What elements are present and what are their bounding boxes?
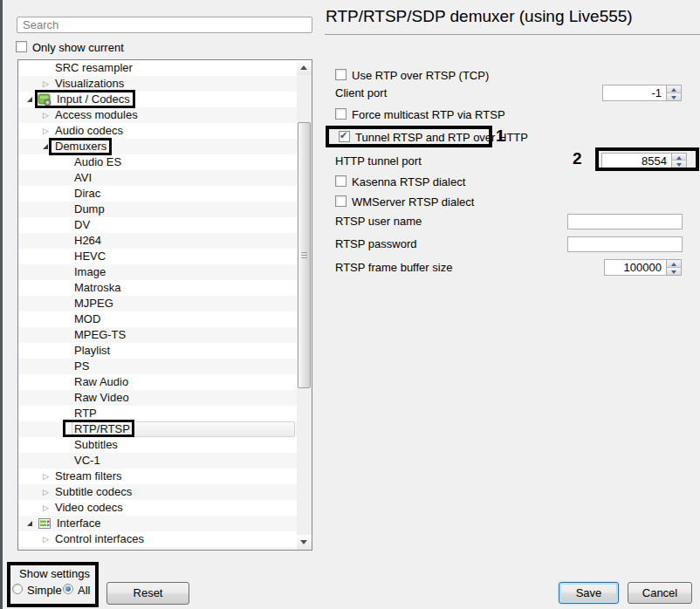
tree-item-matroska[interactable]: Matroska: [18, 280, 297, 296]
spin-up-button[interactable]: [667, 86, 681, 93]
tree-item-dv[interactable]: DV: [18, 217, 297, 233]
tree-item-input-codecs[interactable]: Input / Codecs: [18, 92, 297, 107]
tree-item-vc-1[interactable]: VC-1: [18, 453, 297, 469]
tree-item-dirac[interactable]: Dirac: [18, 186, 297, 202]
tree-item-label: Access modules: [55, 107, 138, 123]
tree-item-subtitles[interactable]: Subtitles: [18, 437, 297, 453]
tree-item-label: Audio ES: [74, 154, 121, 170]
rtsp-frame-buffer-spinbox[interactable]: 100000: [604, 259, 682, 276]
search-input[interactable]: [17, 17, 312, 33]
collapsed-arrow-icon[interactable]: ▷: [43, 531, 49, 547]
force-multicast-checkbox[interactable]: ✔: [335, 108, 347, 120]
up-arrow-icon: [671, 263, 676, 266]
collapsed-arrow-icon[interactable]: ▷: [43, 469, 49, 484]
tree-item-src-resampler[interactable]: SRC resampler: [18, 60, 297, 76]
use-rtp-over-rtsp-label: Use RTP over RTSP (TCP): [352, 69, 489, 82]
tree-item-audio-codecs[interactable]: ▷Audio codecs: [18, 123, 297, 139]
use-rtp-over-rtsp-checkbox[interactable]: ✔: [335, 69, 347, 80]
collapsed-arrow-icon[interactable]: ▷: [43, 484, 49, 500]
scrollbar-up-button[interactable]: [297, 60, 312, 75]
force-multicast-label: Force multicast RTP via RTSP: [352, 108, 505, 121]
annotation-step-2: 2: [573, 149, 582, 168]
save-button[interactable]: Save: [559, 582, 619, 604]
scrollbar-thumb[interactable]: [298, 122, 311, 388]
tree-item-label: MPEG-TS: [74, 327, 126, 343]
scrollbar-grip-icon: [301, 252, 307, 259]
tree-item-label: Playlist: [74, 343, 110, 359]
tree-item-label: Matroska: [74, 280, 120, 296]
tree-item-demuxers[interactable]: Demuxers: [18, 139, 297, 154]
client-port-label: Client port: [335, 86, 387, 99]
check-mark-icon: ✔: [340, 130, 347, 141]
tree-item-playlist[interactable]: Playlist: [18, 343, 297, 359]
tree-item-label: Raw Video: [74, 390, 129, 406]
spin-down-button[interactable]: [672, 161, 686, 168]
rtsp-password-input[interactable]: [567, 236, 683, 252]
rtsp-user-name-input[interactable]: [567, 214, 683, 229]
show-settings-all-radio[interactable]: [63, 584, 73, 594]
tree-item-hevc[interactable]: HEVC: [18, 249, 297, 264]
wmserver-dialect-label: WMServer RTSP dialect: [352, 195, 474, 209]
tree-item-hotkeys-settings[interactable]: Hotkeys settings: [18, 547, 297, 551]
spin-up-button[interactable]: [667, 260, 681, 268]
collapsed-arrow-icon[interactable]: ▷: [43, 500, 49, 516]
tree-item-mod[interactable]: MOD: [18, 311, 297, 327]
tree-item-interface[interactable]: Interface: [18, 516, 297, 531]
radio-dot-icon: [65, 586, 71, 592]
tunnel-rtsp-http-checkbox[interactable]: ✔: [339, 131, 350, 142]
cancel-button[interactable]: Cancel: [628, 582, 692, 604]
spin-up-button[interactable]: [672, 154, 686, 161]
input-codecs-icon: [38, 92, 51, 106]
up-arrow-icon: [676, 156, 682, 160]
tree-item-ps[interactable]: PS: [18, 359, 297, 374]
scrollbar-down-button[interactable]: [297, 535, 312, 550]
tree-item-label: HEVC: [74, 249, 106, 264]
title-separator: [325, 34, 700, 35]
tree-item-raw-video[interactable]: Raw Video: [18, 390, 297, 406]
tree-item-mjpeg[interactable]: MJPEG: [18, 296, 297, 311]
expanded-arrow-icon[interactable]: [27, 97, 32, 102]
tree-item-mpeg-ts[interactable]: MPEG-TS: [18, 327, 297, 343]
tree-item-control-interfaces[interactable]: ▷Control interfaces: [18, 531, 297, 547]
tree-item-dump[interactable]: Dump: [18, 202, 297, 217]
tree-item-image[interactable]: Image: [18, 264, 297, 280]
tree-item-avi[interactable]: AVI: [18, 170, 297, 186]
window-left-border: [0, 0, 3, 609]
rtsp-user-name-label: RTSP user name: [335, 215, 422, 228]
tree-item-audio-es[interactable]: Audio ES: [18, 154, 297, 170]
tree-item-rtp[interactable]: RTP: [18, 406, 297, 421]
tree-item-label: Hotkeys settings: [55, 547, 138, 551]
wmserver-dialect-checkbox[interactable]: ✔: [335, 195, 347, 207]
kasenna-dialect-checkbox[interactable]: ✔: [335, 175, 347, 187]
preferences-tree: SRC resampler▷VisualizationsInput / Code…: [17, 59, 312, 551]
tree-item-rtp-rtsp[interactable]: RTP/RTSP: [18, 421, 297, 437]
down-arrow-icon: [671, 96, 676, 99]
tree-item-label: Audio codecs: [55, 123, 123, 139]
tree-scrollbar[interactable]: [297, 60, 312, 550]
tree-item-access-modules[interactable]: ▷Access modules: [18, 107, 297, 123]
tree-item-subtitle-codecs[interactable]: ▷Subtitle codecs: [18, 484, 297, 500]
collapsed-arrow-icon[interactable]: ▷: [43, 123, 49, 139]
tree-item-video-codecs[interactable]: ▷Video codecs: [18, 500, 297, 516]
tree-item-label: Raw Audio: [74, 374, 128, 390]
up-arrow-icon: [671, 88, 676, 92]
tree-item-stream-filters[interactable]: ▷Stream filters: [18, 469, 297, 484]
only-show-current-label: Only show current: [32, 41, 124, 54]
tree-item-h264[interactable]: H264: [18, 233, 297, 249]
show-settings-simple-radio[interactable]: [12, 584, 23, 594]
expanded-arrow-icon[interactable]: [43, 144, 48, 149]
only-show-current-checkbox[interactable]: ✔: [16, 41, 27, 52]
http-tunnel-port-label: HTTP tunnel port: [335, 154, 422, 168]
reset-preferences-button[interactable]: Reset Preferences: [106, 582, 189, 605]
expanded-arrow-icon[interactable]: [27, 521, 32, 526]
client-port-spinbox[interactable]: -1: [602, 85, 682, 101]
tree-item-label: Visualizations: [55, 76, 124, 92]
tree-item-label: RTP: [74, 406, 97, 421]
spin-down-button[interactable]: [667, 268, 681, 276]
collapsed-arrow-icon[interactable]: ▷: [43, 76, 49, 92]
tree-item-visualizations[interactable]: ▷Visualizations: [18, 76, 297, 92]
tree-item-raw-audio[interactable]: Raw Audio: [18, 374, 297, 390]
http-tunnel-port-spinbox[interactable]: 8554: [601, 153, 687, 168]
spin-down-button[interactable]: [667, 93, 681, 101]
collapsed-arrow-icon[interactable]: ▷: [43, 107, 49, 123]
